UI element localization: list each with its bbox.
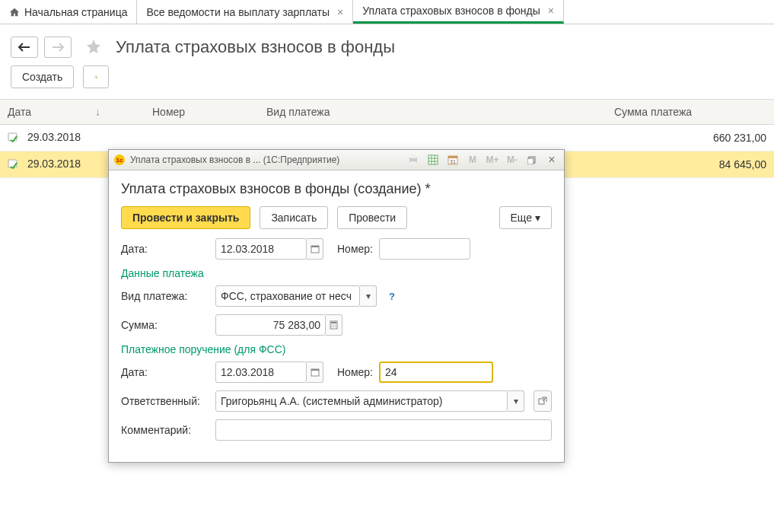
tab-bar: Начальная страница Все ведомости на выпл… — [0, 0, 774, 24]
dialog-titlebar[interactable]: 1c Уплата страховых взносов в ... (1С:Пр… — [109, 150, 564, 170]
document-dialog: 1c Уплата страховых взносов в ... (1С:Пр… — [108, 149, 565, 178]
svg-rect-14 — [527, 158, 534, 164]
document-posted-icon — [8, 158, 20, 171]
create-button[interactable]: Создать — [11, 65, 74, 88]
svg-rect-8 — [411, 161, 416, 164]
calendar-day-icon[interactable]: 31 — [445, 153, 460, 167]
svg-text:31: 31 — [450, 159, 456, 164]
close-icon[interactable]: × — [334, 6, 343, 18]
tab-label: Начальная страница — [24, 6, 127, 18]
restore-icon[interactable] — [524, 153, 540, 167]
app-1c-icon: 1c — [113, 154, 126, 166]
m-icon[interactable]: M — [465, 153, 480, 167]
nav-back-button[interactable] — [11, 37, 38, 58]
favorite-icon[interactable] — [85, 38, 102, 57]
close-icon[interactable]: × — [544, 153, 559, 167]
table-row[interactable]: 29.03.2018 660 231,00 — [0, 125, 774, 151]
svg-rect-9 — [428, 155, 438, 164]
tab-home[interactable]: Начальная страница — [0, 0, 137, 24]
tab-insurance[interactable]: Уплата страховых взносов в фонды × — [353, 0, 564, 24]
list-toolbar: Создать — [0, 65, 774, 99]
add-from-template-button[interactable] — [83, 65, 109, 88]
tab-label: Уплата страховых взносов в фонды — [362, 5, 540, 17]
document-posted-icon — [8, 132, 20, 145]
page-title: Уплата страховых взносов в фонды — [116, 37, 395, 57]
print-icon[interactable] — [406, 153, 421, 167]
dialog-window-title: Уплата страховых взносов в ... (1С:Предп… — [130, 155, 339, 165]
page-header: Уплата страховых взносов в фонды — [0, 24, 774, 65]
col-header-sum[interactable]: Сумма платежа — [607, 100, 774, 125]
sort-desc-icon: ↓ — [95, 106, 100, 118]
m-plus-icon[interactable]: M+ — [485, 153, 500, 167]
m-minus-icon[interactable]: M- — [505, 153, 520, 167]
calendar-grid-icon[interactable] — [425, 153, 441, 167]
tab-payroll[interactable]: Все ведомости на выплату зарплаты × — [137, 0, 353, 24]
tab-label: Все ведомости на выплату зарплаты — [146, 6, 330, 18]
svg-text:1c: 1c — [116, 157, 123, 164]
nav-forward-button[interactable] — [44, 37, 72, 58]
home-icon — [9, 7, 20, 18]
col-header-number[interactable]: Номер — [145, 100, 259, 125]
col-header-date[interactable]: Дата ↓ — [0, 100, 145, 125]
col-header-type[interactable]: Вид платежа — [259, 100, 607, 125]
svg-rect-7 — [411, 155, 416, 158]
svg-rect-11 — [448, 156, 457, 158]
close-icon[interactable]: × — [545, 5, 554, 17]
